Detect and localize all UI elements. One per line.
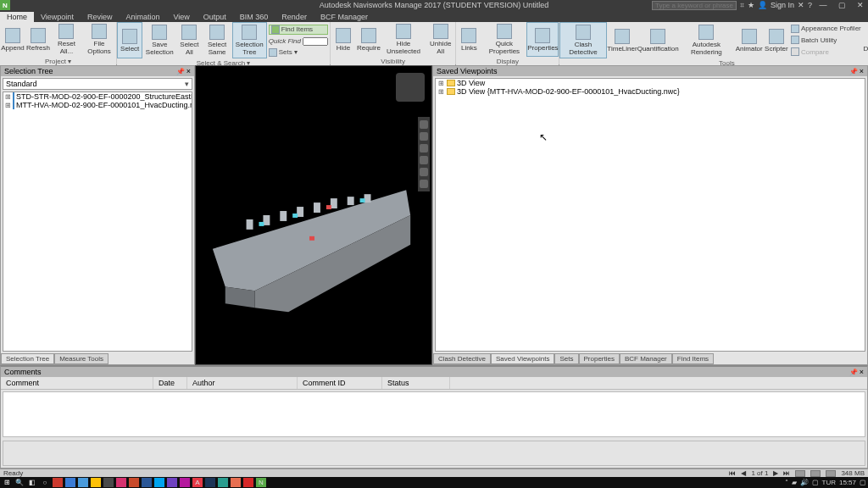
walk-icon[interactable]: [420, 180, 428, 188]
save-selection-button[interactable]: Save Selection: [142, 22, 176, 58]
comments-detail[interactable]: [3, 441, 865, 466]
orbit-icon[interactable]: [420, 156, 428, 164]
tab-bcf[interactable]: BCF Manager: [314, 12, 375, 22]
app-icon-revit[interactable]: [205, 478, 215, 487]
favorites-icon[interactable]: ★: [748, 1, 754, 9]
tab-bim360[interactable]: BIM 360: [233, 12, 275, 22]
viewpoint-item[interactable]: ⊞3D View {MTT-HVA-MOD-02-900-EF-0000101_…: [436, 87, 865, 96]
scripter-button[interactable]: Scripter: [764, 22, 789, 58]
gpu-icon[interactable]: [826, 470, 836, 477]
col-author[interactable]: Author: [187, 377, 298, 389]
tab-home[interactable]: Home: [0, 12, 34, 22]
user-icon[interactable]: 👤: [758, 1, 767, 9]
sheet-nav-first-icon[interactable]: ⏮: [729, 469, 736, 477]
app-icon-dark[interactable]: [103, 478, 114, 487]
col-date[interactable]: Date: [153, 377, 187, 389]
expand-icon[interactable]: ⊞: [437, 88, 445, 96]
select-same-button[interactable]: Select Same: [202, 22, 231, 58]
zoom-icon[interactable]: [420, 144, 428, 152]
app-icon-ppt[interactable]: [243, 478, 253, 487]
refresh-button[interactable]: Refresh: [25, 22, 51, 57]
sheet-nav-prev-icon[interactable]: ◀: [741, 469, 746, 477]
app-icon-red[interactable]: [53, 478, 63, 487]
batch-utility-button[interactable]: Batch Utility: [791, 36, 861, 44]
app-icon-navisworks[interactable]: N: [256, 478, 266, 487]
append-button[interactable]: Append: [0, 22, 25, 57]
find-items-button[interactable]: Find Items: [269, 25, 328, 35]
tab-saved-vp[interactable]: Saved Viewpoints: [491, 353, 554, 364]
steering-wheel-icon[interactable]: [420, 120, 428, 129]
volume-icon[interactable]: 🔊: [800, 479, 809, 486]
select-button[interactable]: Select: [117, 22, 142, 58]
tab-view[interactable]: View: [166, 12, 196, 22]
appearance-profiler-button[interactable]: Appearance Profiler: [791, 25, 861, 33]
expand-icon[interactable]: ⊞: [437, 80, 445, 87]
clash-detective-button[interactable]: Clash Detective: [559, 22, 606, 58]
animator-button[interactable]: Animator: [735, 22, 764, 58]
pan-icon[interactable]: [420, 132, 428, 141]
hide-unselected-button[interactable]: Hide Unselected: [381, 22, 426, 57]
notifications-icon[interactable]: ▢: [860, 479, 866, 486]
tab-viewpoint[interactable]: Viewpoint: [34, 12, 81, 22]
tab-review[interactable]: Review: [81, 12, 120, 22]
app-icon-blue[interactable]: [65, 478, 75, 487]
close-icon[interactable]: ×: [860, 67, 864, 75]
search-icon[interactable]: 🔍: [14, 478, 25, 487]
app-icon-yellow[interactable]: [91, 478, 101, 487]
tab-properties[interactable]: Properties: [579, 353, 620, 364]
infocenter-icon[interactable]: ⌗: [740, 1, 744, 10]
taskview-icon[interactable]: ◧: [27, 478, 37, 487]
col-status[interactable]: Status: [382, 377, 450, 389]
lang-indicator[interactable]: TUR: [822, 479, 836, 486]
properties-button[interactable]: Properties: [526, 22, 559, 57]
viewcube[interactable]: [396, 73, 425, 102]
pin-icon[interactable]: 📌: [849, 369, 858, 376]
disk-icon[interactable]: [795, 470, 805, 477]
close-button[interactable]: ✕: [853, 1, 868, 9]
sets-button[interactable]: Sets ▾: [269, 48, 328, 57]
tab-selection-tree[interactable]: Selection Tree: [1, 353, 54, 364]
app-icon-skype[interactable]: [154, 478, 164, 487]
datatools-button[interactable]: DataTools: [863, 22, 868, 58]
cortana-icon[interactable]: ○: [40, 478, 50, 487]
saved-viewpoints-header[interactable]: Saved Viewpoints 📌 ×: [433, 66, 867, 76]
autodesk-rendering-button[interactable]: Autodesk Rendering: [678, 22, 735, 58]
signin-label[interactable]: Sign In: [771, 1, 794, 9]
reset-all-button[interactable]: Reset All...: [51, 22, 82, 57]
memory-icon[interactable]: [810, 470, 821, 477]
unhide-all-button[interactable]: Unhide All: [426, 22, 455, 57]
quick-find-input[interactable]: [303, 37, 328, 46]
app-icon-purple[interactable]: [167, 478, 177, 487]
comments-grid[interactable]: [3, 391, 865, 437]
tree-item[interactable]: ⊞MTT-HVA-MOD-02-900-EF-0000101_HvacDucti…: [3, 101, 192, 109]
3d-viewport[interactable]: [195, 65, 432, 365]
viewpoint-item[interactable]: ⊞3D View: [436, 79, 865, 87]
look-icon[interactable]: [420, 168, 428, 176]
selection-tree-button[interactable]: Selection Tree: [232, 22, 267, 58]
file-options-button[interactable]: File Options: [82, 22, 116, 57]
quick-properties-button[interactable]: Quick Properties: [481, 22, 526, 57]
hide-button[interactable]: Hide: [331, 22, 356, 57]
app-icon-word[interactable]: [142, 478, 152, 487]
tab-animation[interactable]: Animation: [119, 12, 166, 22]
quantification-button[interactable]: Quantification: [637, 22, 678, 58]
app-icon-autocad[interactable]: A: [192, 478, 203, 487]
tab-measure-tools[interactable]: Measure Tools: [54, 353, 108, 364]
tab-bcf[interactable]: BCF Manager: [620, 353, 672, 364]
selection-tree-dropdown[interactable]: Standard ▾: [3, 78, 192, 90]
compare-button[interactable]: Compare: [791, 47, 861, 56]
clock[interactable]: 15:57: [839, 479, 856, 486]
start-button[interactable]: ⊞: [2, 478, 12, 487]
tab-sets[interactable]: Sets: [554, 353, 578, 364]
tray-chevron-icon[interactable]: ˄: [785, 479, 788, 486]
app-icon-lblue[interactable]: [78, 478, 88, 487]
help-search-input[interactable]: [652, 1, 737, 10]
close-icon[interactable]: ×: [860, 368, 864, 376]
network-icon[interactable]: ▰: [792, 479, 797, 486]
tab-find-items[interactable]: Find Items: [672, 353, 714, 364]
tab-output[interactable]: Output: [197, 12, 233, 22]
app-icon-magenta[interactable]: [180, 478, 190, 487]
col-comment-id[interactable]: Comment ID: [298, 377, 382, 389]
tab-clash[interactable]: Clash Detective: [433, 353, 491, 364]
app-icon-pink[interactable]: [116, 478, 126, 487]
